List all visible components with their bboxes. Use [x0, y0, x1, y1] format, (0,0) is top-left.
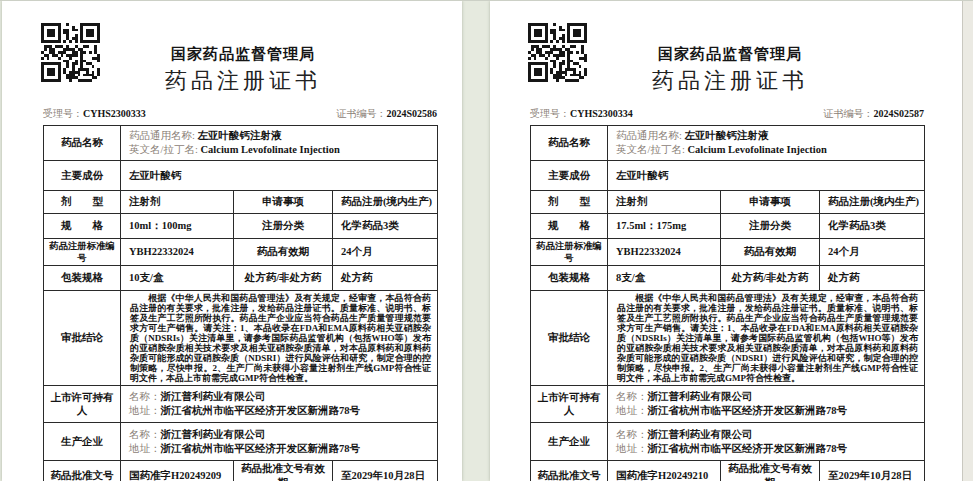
specification-value: 17.5ml：175mg: [608, 214, 721, 239]
page-top-edge: [0, 0, 973, 1]
table-row: 药品注册标准编号 YBH22332024 药品有效期 24个月: [531, 239, 925, 266]
manufacturer-name-line: 名称：浙江普利药业有限公司: [129, 428, 433, 442]
approval-number-label: 药品批准文号: [531, 461, 608, 481]
english-name-label: 英文名/拉丁名:: [129, 144, 198, 155]
license-holder-label: 上市许可持有人: [44, 386, 121, 423]
address-label: 地址：: [129, 443, 161, 454]
english-name-label: 英文名/拉丁名:: [616, 144, 685, 155]
drug-name-label: 药品名称: [531, 126, 608, 161]
meta-row: 受理号：CYHS2300333 证书编号：2024S02586: [43, 108, 437, 120]
drug-name-cell: 药品通用名称: 左亚叶酸钙注射液 英文名/拉丁名: Calcium Levofo…: [608, 126, 925, 161]
rx-otc-label: 处方药/非处方药: [234, 266, 333, 291]
standard-number-label: 药品注册标准编号: [531, 239, 608, 266]
table-row: 包装规格 8支/盒 处方药/非处方药 处方药: [531, 266, 925, 291]
manufacturer-name-line: 名称：浙江普利药业有限公司: [616, 428, 920, 442]
standard-number-label: 药品注册标准编号: [44, 239, 121, 266]
table-row: 上市许可持有人 名称：浙江普利药业有限公司 地址：浙江省杭州市临平区经济开发区新…: [44, 386, 438, 423]
certificate-number: 证书编号：2024S02586: [336, 108, 437, 120]
table-row: 审批结论 根据《中华人民共和国药品管理法》及有关规定，经审查，本品符合药品注册的…: [531, 291, 925, 386]
approval-conclusion-label: 审批结论: [531, 291, 608, 386]
manufacturer-address-value: 浙江省杭州市临平区经济开发区新洲路78号: [648, 443, 848, 454]
generic-name-line: 药品通用名称: 左亚叶酸钙注射液: [129, 129, 433, 143]
generic-name-value: 左亚叶酸钙注射液: [198, 130, 282, 141]
main-ingredient-value: 左亚叶酸钙: [608, 161, 925, 191]
registration-category-value: 化学药品3类: [333, 214, 438, 239]
main-ingredient-label: 主要成份: [531, 161, 608, 191]
table-row: 规 格 17.5ml：175mg 注册分类 化学药品3类: [531, 214, 925, 239]
table-row: 剂 型 注射剂 申请事项 药品注册(境内生产): [44, 191, 438, 214]
holder-name-value: 浙江普利药业有限公司: [648, 391, 753, 402]
approval-conclusion-label: 审批结论: [44, 291, 121, 386]
dosage-form-value: 注射剂: [608, 191, 721, 214]
manufacturer-name-value: 浙江普利药业有限公司: [161, 429, 266, 440]
acceptance-number-value: CYHS2300334: [570, 108, 633, 119]
main-ingredient-label: 主要成份: [44, 161, 121, 191]
manufacturer-name-value: 浙江普利药业有限公司: [648, 429, 753, 440]
manufacturer-label: 生产企业: [44, 423, 121, 461]
scan-right-margin: [962, 0, 973, 481]
table-row: 生产企业 名称：浙江普利药业有限公司 地址：浙江省杭州市临平区经济开发区新洲路7…: [531, 423, 925, 461]
certificate-number-value: 2024S02586: [386, 108, 437, 119]
address-label: 地址：: [129, 405, 161, 416]
address-label: 地址：: [616, 443, 648, 454]
manufacturer-label: 生产企业: [531, 423, 608, 461]
certificate-table: 药品名称 药品通用名称: 左亚叶酸钙注射液 英文名/拉丁名: Calcium L…: [530, 125, 925, 481]
approval-conclusion-text: 根据《中华人民共和国药品管理法》及有关规定，经审查，本品符合药品注册的有关要求，…: [121, 291, 438, 386]
table-row: 药品名称 药品通用名称: 左亚叶酸钙注射液 英文名/拉丁名: Calcium L…: [531, 126, 925, 161]
approval-number-value: 国药准字H20249209: [121, 461, 234, 481]
package-spec-value: 8支/盒: [608, 266, 721, 291]
english-name-value: Calcium Levofolinate Injection: [200, 144, 339, 155]
holder-address-value: 浙江省杭州市临平区经济开发区新洲路78号: [161, 405, 361, 416]
certificate-title: 药品注册证书: [46, 66, 440, 96]
registration-category-label: 注册分类: [234, 214, 333, 239]
main-ingredient-value: 左亚叶酸钙: [121, 161, 438, 191]
drug-validity-value: 24个月: [333, 239, 438, 266]
name-label: 名称：: [129, 391, 161, 402]
issuing-authority: 国家药品监督管理局: [533, 45, 927, 64]
acceptance-number: 受理号：CYHS2300333: [43, 108, 146, 120]
application-item-value: 药品注册(境内生产): [333, 191, 438, 214]
dosage-form-label: 剂 型: [531, 191, 608, 214]
certificate-page-2: 国家药品监督管理局 药品注册证书 受理号：CYHS2300334 证书编号：20…: [487, 0, 973, 481]
holder-name-line: 名称：浙江普利药业有限公司: [129, 390, 433, 404]
generic-name-label: 药品通用名称:: [616, 130, 682, 141]
approval-number-label: 药品批准文号: [44, 461, 121, 481]
drug-validity-label: 药品有效期: [721, 239, 820, 266]
manufacturer-address-value: 浙江省杭州市临平区经济开发区新洲路78号: [161, 443, 361, 454]
application-item-label: 申请事项: [234, 191, 333, 214]
standard-number-value: YBH22332024: [121, 239, 234, 266]
issuing-authority: 国家药品监督管理局: [46, 45, 440, 64]
rx-otc-label: 处方药/非处方药: [721, 266, 820, 291]
english-name-value: Calcium Levofolinate Injection: [687, 144, 826, 155]
manufacturer-cell: 名称：浙江普利药业有限公司 地址：浙江省杭州市临平区经济开发区新洲路78号: [608, 423, 925, 461]
table-row: 主要成份 左亚叶酸钙: [44, 161, 438, 191]
holder-address-line: 地址：浙江省杭州市临平区经济开发区新洲路78号: [616, 404, 920, 418]
english-name-line: 英文名/拉丁名: Calcium Levofolinate Injection: [129, 143, 433, 157]
approval-number-value: 国药准字H20249210: [608, 461, 721, 481]
rx-otc-value: 处方药: [333, 266, 438, 291]
standard-number-value: YBH22332024: [608, 239, 721, 266]
table-row: 药品注册标准编号 YBH22332024 药品有效期 24个月: [44, 239, 438, 266]
drug-validity-value: 24个月: [820, 239, 925, 266]
generic-name-value: 左亚叶酸钙注射液: [685, 130, 769, 141]
manufacturer-cell: 名称：浙江普利药业有限公司 地址：浙江省杭州市临平区经济开发区新洲路78号: [121, 423, 438, 461]
table-row: 规 格 10ml：100mg 注册分类 化学药品3类: [44, 214, 438, 239]
holder-name-value: 浙江普利药业有限公司: [161, 391, 266, 402]
manufacturer-address-line: 地址：浙江省杭州市临平区经济开发区新洲路78号: [129, 442, 433, 456]
package-spec-label: 包装规格: [531, 266, 608, 291]
acceptance-number: 受理号：CYHS2300334: [530, 108, 633, 120]
table-row: 包装规格 10支/盒 处方药/非处方药 处方药: [44, 266, 438, 291]
address-label: 地址：: [616, 405, 648, 416]
certificate-page-1: 国家药品监督管理局 药品注册证书 受理号：CYHS2300333 证书编号：20…: [0, 0, 486, 481]
certificate-number-value: 2024S02587: [873, 108, 924, 119]
dosage-form-value: 注射剂: [121, 191, 234, 214]
generic-name-line: 药品通用名称: 左亚叶酸钙注射液: [616, 129, 920, 143]
table-row: 药品批准文号 国药准字H20249210 药品批准文号有效期 至2029年10月…: [531, 461, 925, 481]
license-holder-cell: 名称：浙江普利药业有限公司 地址：浙江省杭州市临平区经济开发区新洲路78号: [121, 386, 438, 423]
registration-category-label: 注册分类: [721, 214, 820, 239]
approval-validity-label: 药品批准文号有效期: [234, 461, 333, 481]
specification-label: 规 格: [44, 214, 121, 239]
package-spec-label: 包装规格: [44, 266, 121, 291]
name-label: 名称：: [616, 429, 648, 440]
drug-validity-label: 药品有效期: [234, 239, 333, 266]
